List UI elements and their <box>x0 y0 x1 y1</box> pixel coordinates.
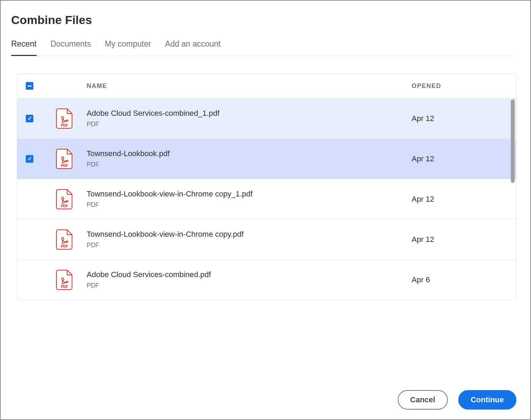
file-type: PDF <box>87 282 405 289</box>
pdf-icon: PDF <box>56 270 73 290</box>
pdf-icon: PDF <box>56 189 73 209</box>
svg-text:PDF: PDF <box>61 285 68 289</box>
file-table: NAME OPENED PDF Adobe Cloud Services-com… <box>17 73 516 300</box>
file-name: Adobe Cloud Services-combined_1.pdf <box>87 109 405 118</box>
cancel-button[interactable]: Cancel <box>398 390 448 410</box>
header-opened: OPENED <box>412 82 441 89</box>
tab-documents[interactable]: Documents <box>50 39 91 56</box>
pdf-icon: PDF <box>56 149 73 169</box>
row-checkbox[interactable] <box>26 276 33 284</box>
file-row[interactable]: PDF Townsend-Lookbook.pdf PDF Apr 12 <box>17 138 516 179</box>
file-opened: Apr 12 <box>412 235 434 244</box>
scrollbar[interactable] <box>511 99 515 183</box>
file-name: Adobe Cloud Services-combined.pdf <box>87 270 405 279</box>
file-type: PDF <box>87 121 405 128</box>
file-type: PDF <box>87 242 405 249</box>
row-checkbox[interactable] <box>26 236 33 243</box>
file-opened: Apr 6 <box>412 275 430 284</box>
file-row[interactable]: PDF Adobe Cloud Services-combined.pdf PD… <box>17 259 516 300</box>
combine-files-dialog: Combine Files Recent Documents My comput… <box>0 0 531 420</box>
pdf-icon: PDF <box>56 229 73 250</box>
row-checkbox[interactable] <box>26 195 33 203</box>
file-opened: Apr 12 <box>412 154 434 163</box>
file-rows: PDF Adobe Cloud Services-combined_1.pdf … <box>17 98 516 300</box>
file-opened: Apr 12 <box>412 195 434 203</box>
tab-recent[interactable]: Recent <box>11 39 37 56</box>
continue-button[interactable]: Continue <box>458 390 516 410</box>
svg-text:PDF: PDF <box>61 164 68 168</box>
dialog-footer: Cancel Continue <box>398 390 516 410</box>
select-all-checkbox[interactable] <box>26 82 33 90</box>
svg-text:PDF: PDF <box>61 244 68 248</box>
file-row[interactable]: PDF Townsend-Lookbook-view-in-Chrome cop… <box>17 219 516 259</box>
file-row[interactable]: PDF Townsend-Lookbook-view-in-Chrome cop… <box>17 179 516 219</box>
tab-add-account[interactable]: Add an account <box>165 39 221 56</box>
pdf-icon: PDF <box>56 108 73 129</box>
dialog-title: Combine Files <box>11 13 516 27</box>
file-type: PDF <box>87 161 405 168</box>
table-header: NAME OPENED <box>17 74 516 98</box>
file-name: Townsend-Lookbook.pdf <box>87 149 405 158</box>
svg-text:PDF: PDF <box>61 204 68 208</box>
file-opened: Apr 12 <box>412 114 434 123</box>
header-name: NAME <box>87 82 107 89</box>
file-name: Townsend-Lookbook-view-in-Chrome copy_1.… <box>87 189 405 199</box>
file-row[interactable]: PDF Adobe Cloud Services-combined_1.pdf … <box>17 98 516 138</box>
file-name: Townsend-Lookbook-view-in-Chrome copy.pd… <box>87 230 405 239</box>
row-checkbox[interactable] <box>26 155 33 163</box>
file-type: PDF <box>87 201 405 209</box>
row-checkbox[interactable] <box>26 115 33 122</box>
svg-text:PDF: PDF <box>61 123 68 127</box>
tabs: Recent Documents My computer Add an acco… <box>11 39 516 56</box>
tab-my-computer[interactable]: My computer <box>105 39 151 56</box>
